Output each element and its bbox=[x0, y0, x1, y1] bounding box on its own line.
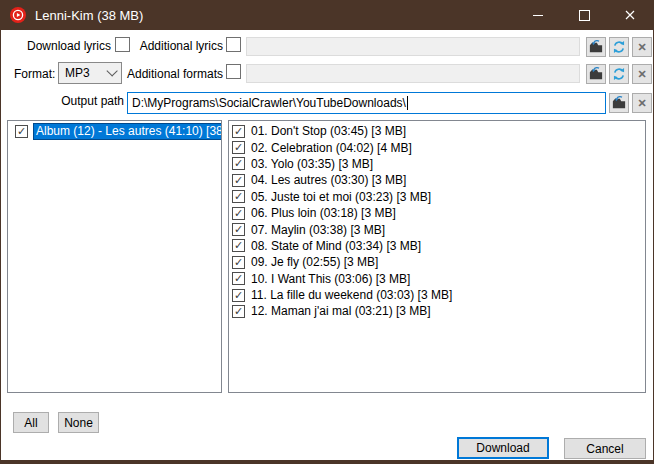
additional-formats-clear-button[interactable]: ✕ bbox=[632, 64, 652, 84]
output-path-label: Output path bbox=[61, 94, 124, 108]
close-button[interactable] bbox=[607, 0, 653, 30]
additional-lyrics-refresh-button[interactable] bbox=[609, 37, 629, 57]
album-item-label[interactable]: Album (12) - Les autres (41:10) [38 MB] bbox=[33, 123, 222, 140]
track-item-checkbox[interactable]: ✓ bbox=[232, 272, 245, 285]
track-item[interactable]: ✓08. State of Mind (03:34) [3 MB] bbox=[229, 238, 645, 254]
track-item-checkbox[interactable]: ✓ bbox=[232, 125, 245, 138]
chevron-down-icon bbox=[106, 65, 117, 76]
track-item-checkbox[interactable]: ✓ bbox=[232, 289, 245, 302]
output-path-value: D:\MyPrograms\SocialCrawler\YouTubeDownl… bbox=[132, 96, 406, 110]
track-item-checkbox[interactable]: ✓ bbox=[232, 207, 245, 220]
output-path-clear-button[interactable]: ✕ bbox=[632, 93, 652, 113]
refresh-icon bbox=[612, 67, 626, 81]
track-item-checkbox[interactable]: ✓ bbox=[232, 239, 245, 252]
additional-lyrics-label: Additional lyrics bbox=[140, 39, 223, 53]
window-title: Lenni-Kim (38 MB) bbox=[35, 8, 143, 23]
track-item[interactable]: ✓01. Don't Stop (03:45) [3 MB] bbox=[229, 123, 645, 139]
maximize-button[interactable] bbox=[561, 0, 607, 30]
download-lyrics-checkbox[interactable] bbox=[115, 37, 130, 52]
cancel-button[interactable]: Cancel bbox=[564, 438, 646, 459]
track-item-label[interactable]: 08. State of Mind (03:34) [3 MB] bbox=[251, 239, 421, 253]
additional-lyrics-browse-button[interactable] bbox=[586, 37, 606, 57]
refresh-icon bbox=[612, 40, 626, 54]
track-item-label[interactable]: 02. Celebration (04:02) [4 MB] bbox=[251, 141, 412, 155]
additional-lyrics-clear-button[interactable]: ✕ bbox=[632, 37, 652, 57]
track-item-label[interactable]: 05. Juste toi et moi (03:23) [3 MB] bbox=[251, 190, 431, 204]
download-lyrics-label: Download lyrics bbox=[27, 39, 111, 53]
track-item-label[interactable]: 04. Les autres (03:30) [3 MB] bbox=[251, 173, 406, 187]
track-item-label[interactable]: 07. Maylin (03:38) [3 MB] bbox=[251, 223, 385, 237]
additional-lyrics-checkbox[interactable] bbox=[226, 37, 241, 52]
download-button[interactable]: Download bbox=[457, 437, 549, 459]
track-item-checkbox[interactable]: ✓ bbox=[232, 190, 245, 203]
open-folder-icon bbox=[612, 96, 626, 110]
output-path-input[interactable]: D:\MyPrograms\SocialCrawler\YouTubeDownl… bbox=[127, 92, 606, 114]
track-item-checkbox[interactable]: ✓ bbox=[232, 223, 245, 236]
select-all-button[interactable]: All bbox=[13, 412, 49, 433]
track-item-label[interactable]: 11. La fille du weekend (03:03) [3 MB] bbox=[251, 288, 452, 302]
track-item[interactable]: ✓06. Plus loin (03:18) [3 MB] bbox=[229, 205, 645, 221]
clear-icon: ✕ bbox=[637, 41, 646, 54]
track-item[interactable]: ✓02. Celebration (04:02) [4 MB] bbox=[229, 139, 645, 155]
title-bar: Lenni-Kim (38 MB) bbox=[1, 0, 653, 30]
youtube-play-icon bbox=[10, 7, 26, 23]
track-item-label[interactable]: 12. Maman j'ai mal (03:21) [3 MB] bbox=[251, 304, 431, 318]
track-item-checkbox[interactable]: ✓ bbox=[232, 157, 245, 170]
additional-formats-input[interactable] bbox=[246, 64, 580, 83]
additional-formats-label: Additional formats bbox=[127, 67, 223, 81]
close-icon bbox=[625, 10, 635, 20]
track-item-label[interactable]: 03. Yolo (03:35) [3 MB] bbox=[251, 157, 373, 171]
app-window: Lenni-Kim (38 MB) Download lyrics Additi… bbox=[0, 0, 654, 464]
track-item[interactable]: ✓12. Maman j'ai mal (03:21) [3 MB] bbox=[229, 303, 645, 319]
text-caret bbox=[407, 96, 408, 110]
output-path-browse-button[interactable] bbox=[609, 93, 629, 113]
track-item[interactable]: ✓09. Je fly (02:55) [3 MB] bbox=[229, 254, 645, 270]
track-item-checkbox[interactable]: ✓ bbox=[232, 256, 245, 269]
track-item-checkbox[interactable]: ✓ bbox=[232, 174, 245, 187]
additional-formats-refresh-button[interactable] bbox=[609, 64, 629, 84]
open-folder-icon bbox=[589, 67, 603, 81]
additional-lyrics-input[interactable] bbox=[246, 37, 580, 56]
album-item-checkbox[interactable]: ✓ bbox=[15, 125, 28, 138]
additional-formats-browse-button[interactable] bbox=[586, 64, 606, 84]
track-item-label[interactable]: 10. I Want This (03:06) [3 MB] bbox=[251, 272, 410, 286]
track-item-label[interactable]: 06. Plus loin (03:18) [3 MB] bbox=[251, 206, 396, 220]
track-item[interactable]: ✓05. Juste toi et moi (03:23) [3 MB] bbox=[229, 189, 645, 205]
dialog-body: Download lyrics Additional lyrics ✕ Form… bbox=[1, 30, 653, 460]
track-item[interactable]: ✓04. Les autres (03:30) [3 MB] bbox=[229, 172, 645, 188]
track-item-label[interactable]: 09. Je fly (02:55) [3 MB] bbox=[251, 255, 378, 269]
track-item[interactable]: ✓03. Yolo (03:35) [3 MB] bbox=[229, 156, 645, 172]
track-item-checkbox[interactable]: ✓ bbox=[232, 305, 245, 318]
track-item-checkbox[interactable]: ✓ bbox=[232, 141, 245, 154]
track-item[interactable]: ✓07. Maylin (03:38) [3 MB] bbox=[229, 221, 645, 237]
additional-formats-checkbox[interactable] bbox=[226, 64, 241, 79]
track-item[interactable]: ✓10. I Want This (03:06) [3 MB] bbox=[229, 271, 645, 287]
minimize-button[interactable] bbox=[515, 0, 561, 30]
format-dropdown[interactable]: MP3 bbox=[58, 62, 122, 84]
open-folder-icon bbox=[589, 40, 603, 54]
maximize-icon bbox=[579, 10, 590, 21]
minimize-icon bbox=[533, 15, 543, 16]
track-listbox[interactable]: ✓01. Don't Stop (03:45) [3 MB]✓02. Celeb… bbox=[228, 120, 646, 393]
clear-icon: ✕ bbox=[637, 68, 646, 81]
track-item-label[interactable]: 01. Don't Stop (03:45) [3 MB] bbox=[251, 124, 406, 138]
format-selected-value: MP3 bbox=[65, 66, 90, 80]
format-label: Format: bbox=[14, 67, 55, 81]
select-none-button[interactable]: None bbox=[58, 412, 99, 433]
album-item[interactable]: ✓Album (12) - Les autres (41:10) [38 MB] bbox=[8, 123, 221, 140]
track-item[interactable]: ✓11. La fille du weekend (03:03) [3 MB] bbox=[229, 287, 645, 303]
album-listbox[interactable]: ✓Album (12) - Les autres (41:10) [38 MB] bbox=[7, 120, 222, 393]
clear-icon: ✕ bbox=[637, 97, 646, 110]
